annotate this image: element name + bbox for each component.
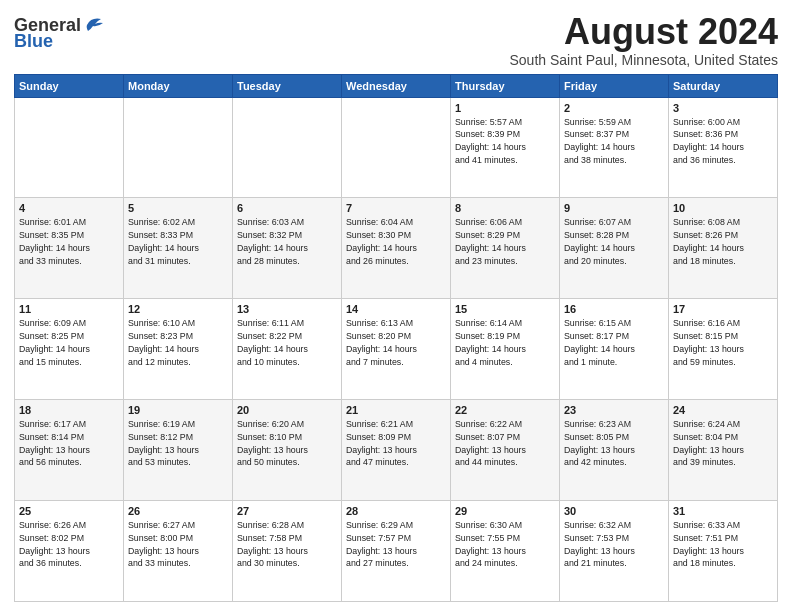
day-number: 31 <box>673 505 773 517</box>
day-number: 22 <box>455 404 555 416</box>
weekday-header-sunday: Sunday <box>15 74 124 97</box>
day-number: 2 <box>564 102 664 114</box>
weekday-header-saturday: Saturday <box>669 74 778 97</box>
day-info: Sunrise: 5:59 AMSunset: 8:37 PMDaylight:… <box>564 116 664 167</box>
day-info: Sunrise: 6:23 AMSunset: 8:05 PMDaylight:… <box>564 418 664 469</box>
day-number: 15 <box>455 303 555 315</box>
calendar-cell: 14Sunrise: 6:13 AMSunset: 8:20 PMDayligh… <box>342 299 451 400</box>
day-info: Sunrise: 6:17 AMSunset: 8:14 PMDaylight:… <box>19 418 119 469</box>
weekday-header-row: SundayMondayTuesdayWednesdayThursdayFrid… <box>15 74 778 97</box>
weekday-header-monday: Monday <box>124 74 233 97</box>
day-number: 7 <box>346 202 446 214</box>
calendar-week-2: 4Sunrise: 6:01 AMSunset: 8:35 PMDaylight… <box>15 198 778 299</box>
calendar-cell: 24Sunrise: 6:24 AMSunset: 8:04 PMDayligh… <box>669 400 778 501</box>
calendar-cell: 19Sunrise: 6:19 AMSunset: 8:12 PMDayligh… <box>124 400 233 501</box>
day-number: 1 <box>455 102 555 114</box>
day-number: 14 <box>346 303 446 315</box>
day-info: Sunrise: 5:57 AMSunset: 8:39 PMDaylight:… <box>455 116 555 167</box>
day-number: 16 <box>564 303 664 315</box>
day-info: Sunrise: 6:29 AMSunset: 7:57 PMDaylight:… <box>346 519 446 570</box>
calendar-cell: 30Sunrise: 6:32 AMSunset: 7:53 PMDayligh… <box>560 501 669 602</box>
day-info: Sunrise: 6:08 AMSunset: 8:26 PMDaylight:… <box>673 216 773 267</box>
day-info: Sunrise: 6:33 AMSunset: 7:51 PMDaylight:… <box>673 519 773 570</box>
logo: General Blue <box>14 16 105 50</box>
day-number: 24 <box>673 404 773 416</box>
day-info: Sunrise: 6:19 AMSunset: 8:12 PMDaylight:… <box>128 418 228 469</box>
day-info: Sunrise: 6:03 AMSunset: 8:32 PMDaylight:… <box>237 216 337 267</box>
calendar-cell: 3Sunrise: 6:00 AMSunset: 8:36 PMDaylight… <box>669 97 778 198</box>
day-number: 17 <box>673 303 773 315</box>
day-number: 4 <box>19 202 119 214</box>
calendar-cell: 9Sunrise: 6:07 AMSunset: 8:28 PMDaylight… <box>560 198 669 299</box>
day-info: Sunrise: 6:14 AMSunset: 8:19 PMDaylight:… <box>455 317 555 368</box>
weekday-header-friday: Friday <box>560 74 669 97</box>
calendar-cell: 15Sunrise: 6:14 AMSunset: 8:19 PMDayligh… <box>451 299 560 400</box>
day-info: Sunrise: 6:28 AMSunset: 7:58 PMDaylight:… <box>237 519 337 570</box>
calendar-cell: 20Sunrise: 6:20 AMSunset: 8:10 PMDayligh… <box>233 400 342 501</box>
calendar-cell: 5Sunrise: 6:02 AMSunset: 8:33 PMDaylight… <box>124 198 233 299</box>
location-subtitle: South Saint Paul, Minnesota, United Stat… <box>510 52 779 68</box>
day-info: Sunrise: 6:00 AMSunset: 8:36 PMDaylight:… <box>673 116 773 167</box>
day-info: Sunrise: 6:30 AMSunset: 7:55 PMDaylight:… <box>455 519 555 570</box>
day-number: 18 <box>19 404 119 416</box>
day-number: 27 <box>237 505 337 517</box>
day-number: 5 <box>128 202 228 214</box>
calendar-cell: 17Sunrise: 6:16 AMSunset: 8:15 PMDayligh… <box>669 299 778 400</box>
calendar-cell: 1Sunrise: 5:57 AMSunset: 8:39 PMDaylight… <box>451 97 560 198</box>
day-number: 9 <box>564 202 664 214</box>
calendar-week-1: 1Sunrise: 5:57 AMSunset: 8:39 PMDaylight… <box>15 97 778 198</box>
logo-blue: Blue <box>14 32 53 50</box>
calendar-cell: 13Sunrise: 6:11 AMSunset: 8:22 PMDayligh… <box>233 299 342 400</box>
day-info: Sunrise: 6:04 AMSunset: 8:30 PMDaylight:… <box>346 216 446 267</box>
day-info: Sunrise: 6:02 AMSunset: 8:33 PMDaylight:… <box>128 216 228 267</box>
day-info: Sunrise: 6:26 AMSunset: 8:02 PMDaylight:… <box>19 519 119 570</box>
calendar-cell: 2Sunrise: 5:59 AMSunset: 8:37 PMDaylight… <box>560 97 669 198</box>
calendar-cell: 27Sunrise: 6:28 AMSunset: 7:58 PMDayligh… <box>233 501 342 602</box>
calendar-cell <box>342 97 451 198</box>
weekday-header-wednesday: Wednesday <box>342 74 451 97</box>
day-number: 20 <box>237 404 337 416</box>
day-info: Sunrise: 6:15 AMSunset: 8:17 PMDaylight:… <box>564 317 664 368</box>
calendar-cell: 8Sunrise: 6:06 AMSunset: 8:29 PMDaylight… <box>451 198 560 299</box>
calendar-table: SundayMondayTuesdayWednesdayThursdayFrid… <box>14 74 778 602</box>
day-number: 8 <box>455 202 555 214</box>
day-info: Sunrise: 6:22 AMSunset: 8:07 PMDaylight:… <box>455 418 555 469</box>
day-info: Sunrise: 6:24 AMSunset: 8:04 PMDaylight:… <box>673 418 773 469</box>
day-info: Sunrise: 6:13 AMSunset: 8:20 PMDaylight:… <box>346 317 446 368</box>
calendar-cell: 28Sunrise: 6:29 AMSunset: 7:57 PMDayligh… <box>342 501 451 602</box>
calendar-cell: 7Sunrise: 6:04 AMSunset: 8:30 PMDaylight… <box>342 198 451 299</box>
day-info: Sunrise: 6:27 AMSunset: 8:00 PMDaylight:… <box>128 519 228 570</box>
day-info: Sunrise: 6:21 AMSunset: 8:09 PMDaylight:… <box>346 418 446 469</box>
day-number: 11 <box>19 303 119 315</box>
calendar-cell <box>233 97 342 198</box>
calendar-cell: 21Sunrise: 6:21 AMSunset: 8:09 PMDayligh… <box>342 400 451 501</box>
calendar-cell: 16Sunrise: 6:15 AMSunset: 8:17 PMDayligh… <box>560 299 669 400</box>
day-info: Sunrise: 6:32 AMSunset: 7:53 PMDaylight:… <box>564 519 664 570</box>
day-number: 30 <box>564 505 664 517</box>
day-info: Sunrise: 6:11 AMSunset: 8:22 PMDaylight:… <box>237 317 337 368</box>
day-info: Sunrise: 6:10 AMSunset: 8:23 PMDaylight:… <box>128 317 228 368</box>
title-block: August 2024 South Saint Paul, Minnesota,… <box>510 12 779 68</box>
day-number: 29 <box>455 505 555 517</box>
day-info: Sunrise: 6:01 AMSunset: 8:35 PMDaylight:… <box>19 216 119 267</box>
calendar-cell: 18Sunrise: 6:17 AMSunset: 8:14 PMDayligh… <box>15 400 124 501</box>
day-number: 23 <box>564 404 664 416</box>
weekday-header-tuesday: Tuesday <box>233 74 342 97</box>
calendar-cell: 11Sunrise: 6:09 AMSunset: 8:25 PMDayligh… <box>15 299 124 400</box>
calendar-cell: 23Sunrise: 6:23 AMSunset: 8:05 PMDayligh… <box>560 400 669 501</box>
calendar-week-4: 18Sunrise: 6:17 AMSunset: 8:14 PMDayligh… <box>15 400 778 501</box>
day-info: Sunrise: 6:20 AMSunset: 8:10 PMDaylight:… <box>237 418 337 469</box>
page: General Blue August 2024 South Saint Pau… <box>0 0 792 612</box>
calendar-cell: 12Sunrise: 6:10 AMSunset: 8:23 PMDayligh… <box>124 299 233 400</box>
calendar-cell: 10Sunrise: 6:08 AMSunset: 8:26 PMDayligh… <box>669 198 778 299</box>
calendar-week-5: 25Sunrise: 6:26 AMSunset: 8:02 PMDayligh… <box>15 501 778 602</box>
day-info: Sunrise: 6:07 AMSunset: 8:28 PMDaylight:… <box>564 216 664 267</box>
calendar-cell: 22Sunrise: 6:22 AMSunset: 8:07 PMDayligh… <box>451 400 560 501</box>
day-number: 25 <box>19 505 119 517</box>
day-info: Sunrise: 6:16 AMSunset: 8:15 PMDaylight:… <box>673 317 773 368</box>
day-number: 28 <box>346 505 446 517</box>
calendar-cell: 26Sunrise: 6:27 AMSunset: 8:00 PMDayligh… <box>124 501 233 602</box>
day-info: Sunrise: 6:06 AMSunset: 8:29 PMDaylight:… <box>455 216 555 267</box>
day-number: 19 <box>128 404 228 416</box>
day-number: 26 <box>128 505 228 517</box>
